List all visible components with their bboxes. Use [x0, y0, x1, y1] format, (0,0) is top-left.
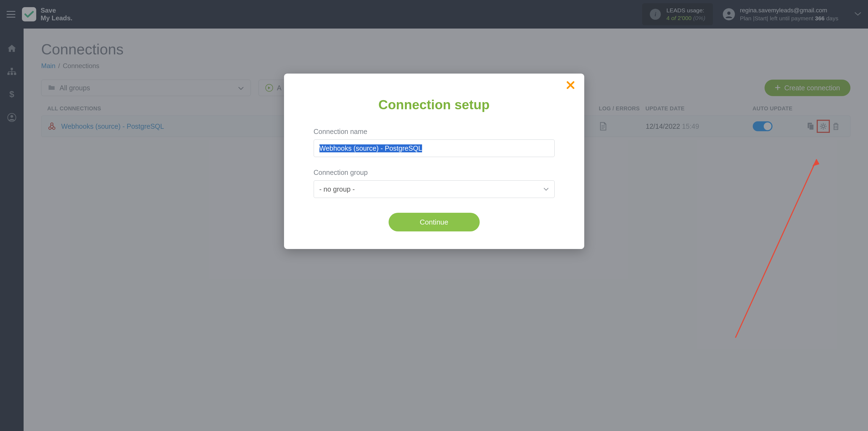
connection-name-input[interactable]	[314, 140, 555, 157]
continue-button[interactable]: Continue	[389, 213, 480, 232]
connection-group-label: Connection group	[314, 168, 555, 177]
close-button[interactable]	[566, 80, 575, 91]
connection-setup-modal: Connection setup Connection name Connect…	[284, 73, 584, 249]
connection-group-select[interactable]: - no group -	[314, 180, 555, 198]
modal-title: Connection setup	[301, 97, 568, 112]
connection-name-label: Connection name	[314, 128, 555, 135]
modal-overlay[interactable]: Connection setup Connection name Connect…	[0, 0, 868, 431]
